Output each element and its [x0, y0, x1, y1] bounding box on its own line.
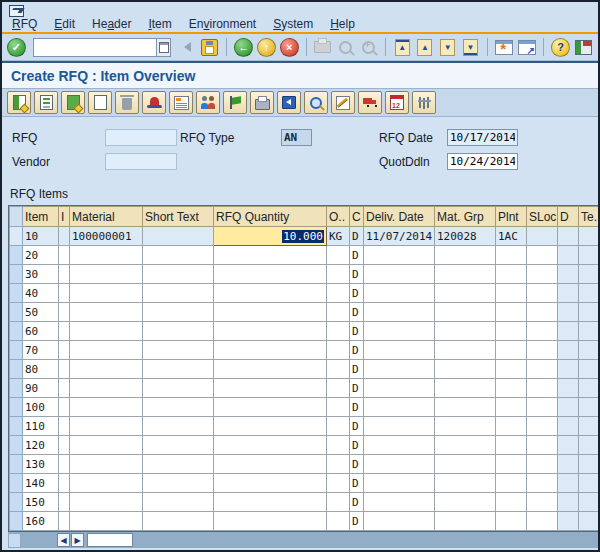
- cell-d[interactable]: [558, 227, 579, 246]
- cell-item[interactable]: 20: [23, 246, 59, 265]
- cell-oun[interactable]: [327, 284, 350, 303]
- cell-oun[interactable]: [327, 322, 350, 341]
- cell-rfq_quantity[interactable]: [214, 379, 327, 398]
- print-preview-button[interactable]: [250, 91, 274, 114]
- release-button[interactable]: [223, 91, 247, 114]
- cell-item[interactable]: 120: [23, 436, 59, 455]
- cancel-button[interactable]: ×: [279, 36, 300, 58]
- column-header-sloc[interactable]: SLoc: [527, 207, 558, 227]
- row-selector[interactable]: [10, 284, 23, 303]
- cell-mat_grp[interactable]: [435, 303, 496, 322]
- cell-sloc[interactable]: [527, 303, 558, 322]
- menu-item-help[interactable]: Help: [330, 17, 355, 31]
- cell-material[interactable]: [70, 341, 143, 360]
- help-button[interactable]: ?: [550, 36, 571, 58]
- scroll-left-button[interactable]: ◀: [57, 533, 70, 547]
- cell-rfq_quantity[interactable]: [214, 284, 327, 303]
- cell-mat_grp[interactable]: [435, 398, 496, 417]
- row-selector[interactable]: [10, 398, 23, 417]
- cell-c[interactable]: D: [350, 512, 364, 531]
- cell-te[interactable]: [579, 493, 600, 512]
- cell-short_text[interactable]: [143, 360, 214, 379]
- cell-plnt[interactable]: [496, 341, 527, 360]
- cell-sloc[interactable]: [527, 455, 558, 474]
- column-header-c[interactable]: C: [350, 207, 364, 227]
- cell-short_text[interactable]: [143, 379, 214, 398]
- cell-i[interactable]: [59, 303, 70, 322]
- cell-plnt[interactable]: [496, 417, 527, 436]
- cell-te[interactable]: [579, 512, 600, 531]
- cell-c[interactable]: D: [350, 303, 364, 322]
- cell-material[interactable]: [70, 379, 143, 398]
- customize-layout-button[interactable]: [573, 36, 594, 58]
- window-control-icon[interactable]: [9, 5, 24, 17]
- cell-material[interactable]: [70, 265, 143, 284]
- cell-mat_grp[interactable]: [435, 474, 496, 493]
- cell-material[interactable]: [70, 417, 143, 436]
- cell-plnt[interactable]: [496, 512, 527, 531]
- cell-oun[interactable]: [327, 474, 350, 493]
- cell-sloc[interactable]: [527, 398, 558, 417]
- cell-plnt[interactable]: [496, 474, 527, 493]
- cell-plnt[interactable]: [496, 246, 527, 265]
- cell-te[interactable]: [579, 341, 600, 360]
- cell-i[interactable]: [59, 246, 70, 265]
- cell-rfq_quantity[interactable]: [214, 436, 327, 455]
- cell-plnt[interactable]: 1AC: [496, 227, 527, 246]
- cell-sloc[interactable]: [527, 512, 558, 531]
- cell-rfq_quantity[interactable]: [214, 322, 327, 341]
- cell-deliv_date[interactable]: [364, 512, 435, 531]
- delete-button[interactable]: [115, 91, 139, 114]
- cell-short_text[interactable]: [143, 398, 214, 417]
- delivery-address-button[interactable]: [358, 91, 382, 114]
- cell-te[interactable]: [579, 227, 600, 246]
- vendor-address-button[interactable]: [196, 91, 220, 114]
- column-header-rfq_quantity[interactable]: RFQ Quantity: [214, 207, 327, 227]
- cell-mat_grp[interactable]: [435, 455, 496, 474]
- cell-plnt[interactable]: [496, 379, 527, 398]
- cell-c[interactable]: D: [350, 265, 364, 284]
- menu-item-environment[interactable]: Environment: [189, 17, 256, 31]
- cell-te[interactable]: [579, 322, 600, 341]
- enter-button[interactable]: ✓: [6, 36, 27, 58]
- cell-sloc[interactable]: [527, 227, 558, 246]
- cell-item[interactable]: 100: [23, 398, 59, 417]
- rfq-date-field[interactable]: [447, 129, 518, 146]
- header-details-button[interactable]: [142, 91, 166, 114]
- messages-button[interactable]: [277, 91, 301, 114]
- back-button[interactable]: ←: [233, 36, 254, 58]
- item-overview-button[interactable]: [7, 91, 31, 114]
- cell-rfq_quantity[interactable]: [214, 474, 327, 493]
- cell-mat_grp[interactable]: [435, 341, 496, 360]
- cell-sloc[interactable]: [527, 284, 558, 303]
- cell-c[interactable]: D: [350, 455, 364, 474]
- cell-short_text[interactable]: [143, 455, 214, 474]
- cell-short_text[interactable]: [143, 512, 214, 531]
- previous-page-button[interactable]: ▲: [415, 36, 436, 58]
- row-selector[interactable]: [10, 246, 23, 265]
- cell-material[interactable]: [70, 493, 143, 512]
- cell-i[interactable]: [59, 284, 70, 303]
- cell-c[interactable]: D: [350, 341, 364, 360]
- technical-settings-button[interactable]: [412, 91, 436, 114]
- menu-item-item[interactable]: Item: [148, 17, 171, 31]
- cell-te[interactable]: [579, 379, 600, 398]
- cell-i[interactable]: [59, 474, 70, 493]
- cell-material[interactable]: 100000001: [70, 227, 143, 246]
- row-selector[interactable]: [10, 436, 23, 455]
- cell-d[interactable]: [558, 284, 579, 303]
- cell-c[interactable]: D: [350, 493, 364, 512]
- cell-d[interactable]: [558, 265, 579, 284]
- cell-item[interactable]: 130: [23, 455, 59, 474]
- cell-deliv_date[interactable]: 11/07/2014: [364, 227, 435, 246]
- cell-te[interactable]: [579, 303, 600, 322]
- row-selector[interactable]: [10, 265, 23, 284]
- column-header-item[interactable]: Item: [23, 207, 59, 227]
- cell-item[interactable]: 70: [23, 341, 59, 360]
- cell-material[interactable]: [70, 360, 143, 379]
- cell-d[interactable]: [558, 493, 579, 512]
- cell-mat_grp[interactable]: [435, 284, 496, 303]
- command-field[interactable]: [34, 40, 156, 55]
- cell-short_text[interactable]: [143, 322, 214, 341]
- cell-plnt[interactable]: [496, 322, 527, 341]
